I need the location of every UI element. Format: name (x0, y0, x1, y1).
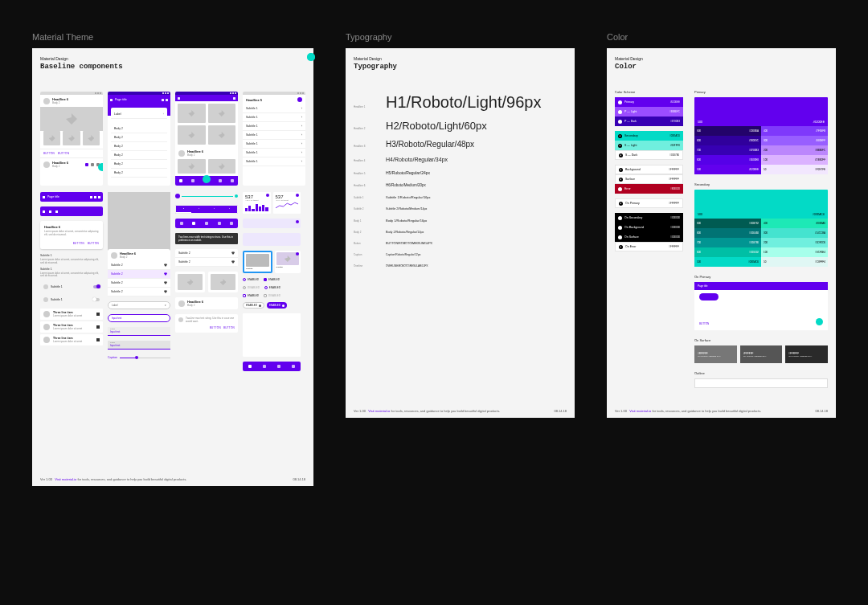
color-scheme-list: ●Primary#6200EE●P — Light#BB86FC●P — Dar… (615, 97, 683, 251)
text-field[interactable]: LabelInput text (108, 327, 170, 336)
on-primary-demo: Page title BUTTON (694, 282, 828, 330)
bookmark-icon (96, 325, 100, 329)
swatch: 100#9CF6E4 (761, 247, 828, 257)
artboard-card-gallery: Headline 6Body 2 BUTTONBUTTON (40, 92, 103, 186)
type-row: Body 2 Body 2/Roboto/Regular/14px (354, 231, 567, 234)
chip[interactable]: ENABLED (243, 302, 264, 309)
text-button[interactable]: BUTTON (699, 322, 709, 325)
fab[interactable] (307, 53, 315, 61)
icon-app-bar (40, 206, 103, 216)
swatch: ●S — Light#66FFF8 (615, 141, 683, 150)
swatch: ●Secondary#03DAC6 (615, 131, 683, 141)
slider[interactable]: Caption (108, 354, 170, 361)
swatch: 500#6200EE (694, 165, 761, 174)
on-surface-swatch: #FFFFFFOn Surface #000000 38% (785, 345, 828, 363)
text-button[interactable]: BUTTON (73, 242, 84, 245)
search-icon[interactable] (94, 196, 96, 198)
row-components: Page title Hea (40, 192, 305, 371)
swatch: ●On Primary#FFFFFF (615, 198, 683, 208)
fab-mini[interactable] (297, 97, 302, 102)
chip-label[interactable]: Label▾ (108, 301, 170, 309)
list-item[interactable]: Subtitle 1› (243, 122, 305, 131)
type-row: Headline 5 H5/Roboto/Regular/24px (354, 170, 567, 175)
swatch: 700#018786 (694, 238, 761, 247)
card[interactable]: Subtitle (275, 251, 301, 273)
type-row: Caption Caption/Roboto/Regular/12px (354, 253, 567, 256)
list-item[interactable]: Subtitle 1› (243, 157, 305, 166)
list-item[interactable]: Subtitle 1› (243, 104, 305, 113)
card-header: Headline 6Body 2 (175, 297, 238, 309)
more-icon[interactable] (98, 196, 100, 198)
search-icon[interactable] (43, 211, 45, 213)
snackbar: Two lines max width text string no trunc… (175, 233, 238, 244)
settings-icon[interactable] (55, 211, 58, 213)
primary-tonal: 500#6200EE900#23036A400#7F39FB800#30009C… (694, 97, 828, 174)
fab[interactable] (98, 163, 103, 171)
text-block: Subtitle 1 Lorem ipsum dolor sit amet, c… (40, 254, 103, 279)
swatch: 200#BB86FC (761, 145, 828, 155)
text-button[interactable]: BUTTON (43, 152, 55, 155)
media-card[interactable] (208, 272, 238, 292)
share-icon[interactable] (91, 163, 94, 166)
swatch: ●Primary#6200EE (615, 97, 683, 107)
list-item[interactable]: Subtitle 1› (243, 131, 305, 140)
on-surface-swatch: #FFFFFFOn Surface #000000 87% (694, 345, 737, 363)
menu-icon[interactable] (178, 97, 180, 100)
search-icon[interactable] (162, 99, 164, 101)
three-line-list: Three line itemLorem ipsum dolor sit ame… (40, 309, 103, 347)
page-footer: Ver 1.00 Visit material.io for tools, re… (40, 477, 305, 481)
color-label: Color (607, 32, 836, 42)
material-body: Headline 6Body 2 BUTTONBUTTON (40, 92, 305, 371)
text-button[interactable]: BUTTON (88, 242, 99, 245)
music-icon (277, 365, 280, 368)
bottom-nav (175, 219, 238, 228)
type-row: Subtitle 1 Subtitle 1/Roboto/Regular/16p… (354, 195, 567, 199)
swatch: ●S — Dark#018786 (615, 150, 683, 160)
on-surface-swatches: #FFFFFFOn Surface #000000 87%#FFFFFFOn S… (694, 345, 828, 363)
stepper[interactable] (175, 192, 238, 200)
bottom-sheet[interactable]: Headline 6Body 2 Subtitle 2 Subtitle 2 S… (108, 249, 170, 296)
type-row: Button BUTTON/ROBOTO/MEDIUM/14PX (354, 242, 567, 245)
typography-label: Typography (346, 32, 575, 42)
more-icon[interactable] (233, 97, 235, 100)
home-icon[interactable] (49, 211, 51, 213)
badge-icon (266, 194, 269, 197)
fab[interactable] (816, 318, 823, 325)
selected-card[interactable]: Subtitle (243, 251, 272, 273)
menu-icon[interactable] (110, 99, 113, 101)
switch-row[interactable]: Subtitle 1 (40, 283, 103, 291)
media-card[interactable] (175, 272, 205, 292)
typography-body: Headline 1 H1/Roboto/Light/96pxHeadline … (354, 93, 567, 268)
dialog-card: Headline 6 Lorem ipsum dolor sit amet, c… (40, 221, 103, 249)
chip[interactable]: ENABLED (267, 302, 287, 309)
type-row: Headline 2 H2/Roboto/Light/60px (354, 120, 567, 132)
chip-outlined[interactable]: Input text (108, 314, 170, 322)
avatar (43, 98, 50, 104)
heart-icon[interactable] (85, 163, 88, 166)
list-item[interactable]: Subtitle 1› (243, 140, 305, 149)
swatch: ●Background#FFFFFF (615, 165, 683, 174)
design-canvas: Material Theme Material Design Baseline … (32, 32, 836, 486)
bookmark-icon (96, 338, 100, 341)
text-button[interactable]: BUTTON (58, 152, 69, 155)
pill[interactable] (699, 293, 719, 300)
list-item[interactable]: Subtitle 1› (243, 113, 305, 122)
page-header: Material Design Baseline components (40, 56, 305, 71)
list-item[interactable]: Subtitle 1› (243, 149, 305, 157)
type-row: Subtitle 2 Subtitle 2/Roboto/Medium/14px (354, 207, 567, 211)
text-field[interactable]: LabelInput text (108, 341, 170, 350)
swatch: 50#C8FFF4 (761, 257, 828, 267)
fab[interactable] (203, 175, 211, 183)
artboard-image-grid: Headline 6Body 2 (175, 92, 238, 186)
hero-image (40, 107, 103, 131)
download-icon[interactable] (90, 196, 92, 198)
heart-icon (248, 365, 252, 368)
bottom-nav (243, 362, 301, 371)
switch-row[interactable]: Subtitle 1 (40, 296, 103, 304)
location-icon (263, 365, 266, 368)
more-icon[interactable] (166, 99, 168, 101)
artboard-subtitle-list: Headline 5 Subtitle 1›Subtitle 1›Subtitl… (243, 92, 305, 186)
menu-popup: Subtitle 2 Subtitle 2 (175, 249, 238, 267)
type-row: Overline OVERLINE/ROBOTO/REGULAR/10PX (354, 264, 567, 268)
stat-card-line: 537 +24% of target (273, 192, 301, 214)
